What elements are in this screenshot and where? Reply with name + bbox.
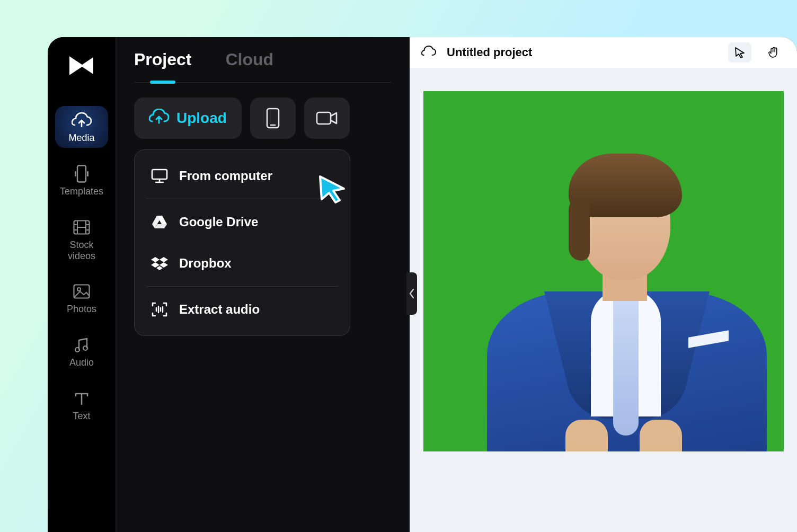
music-note-icon <box>71 336 92 354</box>
sidebar-item-templates[interactable]: Templates <box>55 159 108 201</box>
divider <box>146 286 338 287</box>
upload-source-row: Upload <box>134 97 392 139</box>
dropdown-item-label: Extract audio <box>179 302 260 317</box>
cloud-upload-icon <box>149 109 169 128</box>
canvas-body[interactable] <box>410 68 797 532</box>
tab-project[interactable]: Project <box>134 50 191 82</box>
hand-tool-button[interactable] <box>762 42 785 63</box>
svg-rect-4 <box>75 171 76 176</box>
divider <box>146 199 338 199</box>
upload-button-label: Upload <box>176 110 227 127</box>
sidebar-item-label: Photos <box>67 304 96 315</box>
dropbox-icon <box>150 255 169 271</box>
canvas-header: Untitled project <box>410 37 797 68</box>
text-icon <box>71 389 92 407</box>
sidebar-item-label: Stock videos <box>55 240 108 261</box>
svg-marker-30 <box>160 262 168 268</box>
greenscreen-clip[interactable] <box>423 91 784 451</box>
app-logo <box>69 54 94 77</box>
google-drive-icon <box>150 214 169 230</box>
dropdown-item-extract-audio[interactable]: Extract audio <box>135 289 350 330</box>
phone-icon <box>71 165 92 183</box>
dropdown-item-dropbox[interactable]: Dropbox <box>135 243 350 284</box>
media-panel: Project Cloud Upload <box>116 37 410 532</box>
sidebar-item-photos[interactable]: Photos <box>55 277 108 319</box>
sidebar-item-audio[interactable]: Audio <box>55 331 108 373</box>
upload-dropdown: From computer Google Drive <box>134 149 350 336</box>
hand-icon <box>768 47 780 58</box>
left-rail: Media Templates <box>48 37 116 532</box>
panel-tabs: Project Cloud <box>134 50 392 83</box>
svg-rect-21 <box>152 170 167 179</box>
dropdown-item-label: From computer <box>179 169 272 183</box>
dropdown-item-label: Dropbox <box>179 256 232 271</box>
film-icon <box>71 218 92 236</box>
svg-marker-29 <box>151 262 160 268</box>
person-on-greenscreen <box>449 165 784 451</box>
sidebar-item-label: Templates <box>60 186 103 197</box>
phone-icon <box>265 108 280 129</box>
dropdown-item-google-drive[interactable]: Google Drive <box>135 201 350 243</box>
extract-audio-icon <box>150 302 169 317</box>
select-tool-button[interactable] <box>728 42 751 63</box>
image-icon <box>71 282 92 300</box>
canvas-area: Untitled project <box>410 37 797 532</box>
app-window: Media Templates <box>48 37 797 532</box>
upload-button[interactable]: Upload <box>134 97 242 139</box>
project-title[interactable]: Untitled project <box>447 46 532 59</box>
monitor-icon <box>150 168 169 184</box>
cloud-icon <box>421 46 436 59</box>
sidebar-item-stock-videos[interactable]: Stock videos <box>55 213 108 265</box>
dropdown-item-from-computer[interactable]: From computer <box>135 155 350 197</box>
svg-rect-14 <box>74 285 90 298</box>
sidebar-item-label: Text <box>73 411 90 422</box>
sidebar-item-label: Audio <box>69 357 94 368</box>
svg-rect-5 <box>87 171 88 176</box>
cloud-upload-icon <box>71 111 92 129</box>
svg-point-15 <box>77 288 81 291</box>
camera-icon <box>315 110 339 127</box>
svg-marker-31 <box>156 266 163 270</box>
cursor-icon <box>734 47 745 58</box>
svg-rect-3 <box>77 166 86 182</box>
sidebar-item-text[interactable]: Text <box>55 384 108 426</box>
svg-marker-28 <box>160 257 168 262</box>
svg-marker-27 <box>151 257 160 262</box>
dropdown-item-label: Google Drive <box>179 215 258 229</box>
record-from-camera-button[interactable] <box>304 97 350 139</box>
sidebar-item-label: Media <box>68 132 94 144</box>
chevron-left-icon <box>409 288 415 299</box>
svg-rect-20 <box>317 112 331 124</box>
collapse-panel-handle[interactable] <box>406 272 417 315</box>
upload-from-phone-button[interactable] <box>250 97 296 139</box>
tab-cloud[interactable]: Cloud <box>225 50 273 82</box>
sidebar-item-media[interactable]: Media <box>55 106 108 148</box>
